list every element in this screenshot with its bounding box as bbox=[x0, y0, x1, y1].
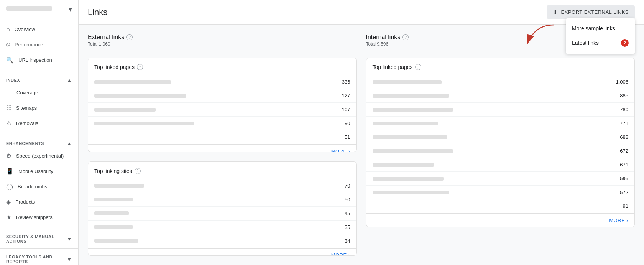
external-links-column: External links ? Total 1,060 Top linked … bbox=[88, 34, 357, 256]
sidebar-item-speed[interactable]: ⚙ Speed (experimental) bbox=[0, 148, 75, 163]
internal-top-linked-pages-title: Top linked pages bbox=[373, 64, 413, 70]
table-row: 595 bbox=[366, 172, 635, 186]
int-row5-label bbox=[373, 135, 447, 139]
int-row3-label bbox=[373, 108, 453, 112]
int-row9-label bbox=[373, 191, 449, 194]
int-row6-value: 672 bbox=[613, 148, 628, 154]
sidebar-item-sitemaps-label: Sitemaps bbox=[16, 105, 37, 111]
int-row6-label bbox=[373, 149, 453, 153]
site-row2-value: 50 bbox=[335, 197, 350, 202]
table-row: 336 bbox=[88, 75, 356, 89]
sidebar-item-performance-label: Performance bbox=[15, 42, 43, 48]
external-top-linked-pages-more-link[interactable]: MORE › bbox=[331, 148, 350, 152]
sidebar-item-products[interactable]: ◈ Products bbox=[0, 194, 75, 209]
security-section-header: Security & Manual Actions ▼ bbox=[0, 231, 78, 245]
internal-links-column: Internal links ? Total 9,596 Top linked … bbox=[366, 34, 635, 256]
sidebar-item-breadcrumbs[interactable]: ◯ Breadcrumbs bbox=[0, 179, 75, 194]
legacy-toggle-icon[interactable]: ▼ bbox=[67, 256, 72, 262]
more-sample-links-item[interactable]: More sample links bbox=[566, 21, 635, 35]
int-row10-value: 91 bbox=[613, 203, 628, 209]
sidebar-nav: ⌂ Overview ⎋ Performance 🔍 URL inspectio… bbox=[0, 18, 78, 265]
site-row3-value: 45 bbox=[335, 211, 350, 216]
int-row1-label bbox=[373, 80, 442, 84]
int-row2-value: 885 bbox=[613, 93, 628, 99]
latest-links-badge: 2 bbox=[621, 39, 629, 47]
external-links-header: External links ? Total 1,060 bbox=[88, 34, 357, 47]
ext-row1-label bbox=[94, 80, 171, 84]
internal-top-linked-pages-card: Top linked pages ? 1,006 885 780 7 bbox=[366, 58, 635, 227]
external-top-linking-sites-footer: MORE › bbox=[88, 248, 356, 256]
download-icon: ⬇ bbox=[553, 8, 558, 16]
ext-row4-label bbox=[94, 122, 194, 125]
sitemaps-icon: ☷ bbox=[6, 104, 12, 112]
sidebar-item-performance[interactable]: ⎋ Performance bbox=[0, 37, 75, 52]
internal-top-linked-pages-help-icon[interactable]: ? bbox=[415, 64, 421, 70]
internal-links-title-text: Internal links bbox=[366, 34, 401, 41]
site-row2-label bbox=[94, 198, 133, 201]
external-top-linked-pages-help-icon[interactable]: ? bbox=[137, 64, 143, 70]
external-top-linking-sites-help-icon[interactable]: ? bbox=[135, 168, 141, 174]
int-row4-value: 771 bbox=[613, 120, 628, 126]
sidebar-item-speed-label: Speed (experimental) bbox=[16, 153, 64, 159]
site-row1-value: 70 bbox=[335, 183, 350, 189]
table-row: 771 bbox=[366, 117, 635, 130]
sidebar-item-url-label: URL inspection bbox=[18, 57, 52, 63]
security-section-label: Security & Manual Actions bbox=[6, 234, 67, 244]
site-dropdown-icon[interactable]: ▾ bbox=[69, 5, 72, 13]
sidebar-header: ▾ bbox=[0, 0, 78, 18]
table-row: 91 bbox=[366, 199, 635, 213]
int-row7-label bbox=[373, 163, 434, 167]
index-toggle-icon[interactable]: ▲ bbox=[67, 77, 72, 83]
external-top-linking-sites-title: Top linking sites bbox=[94, 168, 132, 174]
site-row5-label bbox=[94, 239, 138, 243]
more-label-3: MORE bbox=[609, 217, 625, 223]
sidebar-item-overview[interactable]: ⌂ Overview bbox=[0, 21, 75, 37]
site-row1-label bbox=[94, 184, 144, 188]
divider-1 bbox=[0, 71, 78, 71]
sidebar-item-mobile[interactable]: 📱 Mobile Usability bbox=[0, 163, 75, 179]
external-links-title: External links ? bbox=[88, 34, 357, 41]
sidebar-item-mobile-label: Mobile Usability bbox=[18, 168, 53, 174]
top-bar: Links ⬇ EXPORT EXTERNAL LINKS bbox=[79, 0, 644, 25]
home-icon: ⌂ bbox=[6, 26, 10, 33]
internal-top-linked-pages-more-link[interactable]: MORE › bbox=[609, 217, 628, 223]
sidebar: ▾ ⌂ Overview ⎋ Performance 🔍 URL inspect… bbox=[0, 0, 79, 265]
legacy-section-label: Legacy tools and reports bbox=[6, 255, 67, 264]
products-icon: ◈ bbox=[6, 198, 11, 206]
ext-row4-value: 90 bbox=[335, 120, 350, 126]
table-row: 127 bbox=[88, 89, 356, 103]
external-top-linking-sites-more-link[interactable]: MORE › bbox=[331, 252, 350, 256]
sidebar-item-removals[interactable]: ⚠ Removals bbox=[0, 115, 75, 131]
sidebar-item-coverage[interactable]: ▢ Coverage bbox=[0, 85, 75, 100]
sidebar-item-sitemaps[interactable]: ☷ Sitemaps bbox=[0, 100, 75, 115]
chevron-right-icon: › bbox=[348, 148, 350, 152]
internal-links-help-icon[interactable]: ? bbox=[402, 34, 409, 40]
external-links-help-icon[interactable]: ? bbox=[127, 34, 133, 40]
int-row3-value: 780 bbox=[613, 107, 628, 112]
table-row: 688 bbox=[366, 130, 635, 144]
table-row: 107 bbox=[88, 103, 356, 117]
ext-row3-label bbox=[94, 108, 156, 112]
internal-top-linked-pages-header: Top linked pages ? bbox=[366, 58, 635, 75]
table-row: 572 bbox=[366, 186, 635, 199]
sidebar-item-review-snippets[interactable]: ★ Review snippets bbox=[0, 209, 75, 225]
search-icon: 🔍 bbox=[6, 56, 14, 64]
main-content: Links ⬇ EXPORT EXTERNAL LINKS External l… bbox=[79, 0, 644, 265]
index-section-label: Index bbox=[6, 78, 20, 82]
latest-links-label: Latest links bbox=[572, 40, 599, 46]
security-toggle-icon[interactable]: ▼ bbox=[67, 236, 72, 242]
export-external-links-button[interactable]: ⬇ EXPORT EXTERNAL LINKS bbox=[547, 5, 635, 19]
chevron-right-icon-3: › bbox=[626, 217, 628, 223]
sidebar-item-url-inspection[interactable]: 🔍 URL inspection bbox=[0, 52, 75, 67]
sidebar-item-review-label: Review snippets bbox=[16, 214, 53, 220]
int-row1-value: 1,006 bbox=[613, 79, 628, 85]
latest-links-item[interactable]: Latest links 2 bbox=[566, 35, 635, 51]
enhancements-toggle-icon[interactable]: ▲ bbox=[67, 140, 72, 146]
enhancements-section-header: Enhancements ▲ bbox=[0, 137, 78, 148]
table-row: 51 bbox=[88, 130, 356, 144]
site-row4-label bbox=[94, 225, 133, 229]
ext-row2-value: 127 bbox=[335, 93, 350, 99]
table-row: 1,006 bbox=[366, 75, 635, 89]
sidebar-item-breadcrumbs-label: Breadcrumbs bbox=[18, 184, 47, 189]
sidebar-item-overview-label: Overview bbox=[15, 26, 35, 32]
